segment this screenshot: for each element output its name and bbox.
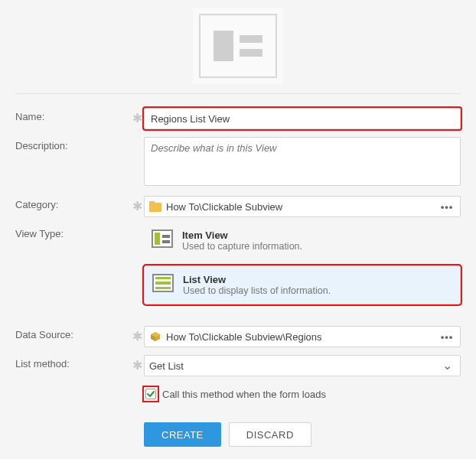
category-value: How To\Clickable Subview xyxy=(166,201,434,213)
description-textarea[interactable] xyxy=(144,137,461,186)
list-method-value: Get List xyxy=(149,360,434,372)
label-description: Description: xyxy=(15,137,130,151)
view-type-option-item[interactable]: Item View Used to capture information. xyxy=(144,225,461,256)
cube-icon xyxy=(149,331,161,342)
row-name: Name: ✱ xyxy=(15,108,461,129)
check-icon xyxy=(147,390,155,398)
thumbnail-lines xyxy=(240,35,262,57)
label-name: Name: xyxy=(15,108,130,122)
item-view-desc: Used to capture information. xyxy=(182,241,302,252)
required-star-icon: ✱ xyxy=(130,355,144,375)
row-call-on-load: Call this method when the form loads xyxy=(15,384,461,401)
list-method-select[interactable]: Get List ⌄ xyxy=(144,355,461,376)
call-on-load-highlight xyxy=(144,387,158,401)
name-input[interactable] xyxy=(144,108,461,129)
required-star-icon: ✱ xyxy=(130,326,144,346)
discard-button[interactable]: DISCARD xyxy=(229,422,311,447)
required-star-icon: ✱ xyxy=(130,108,144,128)
list-view-title: List View xyxy=(183,274,331,285)
view-type-options: Item View Used to capture information. L… xyxy=(144,225,461,304)
label-list-method: List method: xyxy=(15,355,130,369)
list-view-icon xyxy=(152,274,174,292)
thumbnail-block xyxy=(214,31,233,61)
data-source-picker[interactable]: How To\Clickable Subview\Regions ••• xyxy=(144,326,461,347)
ellipsis-icon[interactable]: ••• xyxy=(439,201,455,213)
thumbnail-inner xyxy=(199,14,277,78)
view-thumbnail xyxy=(15,0,461,93)
category-picker[interactable]: How To\Clickable Subview ••• xyxy=(144,196,461,217)
thumbnail-frame xyxy=(193,8,283,84)
list-view-desc: Used to display lists of information. xyxy=(183,285,331,296)
label-category: Category: xyxy=(15,196,130,210)
call-on-load-label: Call this method when the form loads xyxy=(162,389,326,400)
row-description: Description: xyxy=(15,137,461,188)
call-on-load-checkbox[interactable] xyxy=(145,389,156,399)
row-data-source: Data Source: ✱ How To\Clickable Subview\… xyxy=(15,326,461,347)
row-view-type: View Type: Item View Used to capture inf… xyxy=(15,225,461,304)
row-category: Category: ✱ How To\Clickable Subview ••• xyxy=(15,196,461,217)
row-list-method: List method: ✱ Get List ⌄ xyxy=(15,355,461,376)
label-view-type: View Type: xyxy=(15,225,130,239)
create-button[interactable]: CREATE xyxy=(144,422,221,447)
data-source-value: How To\Clickable Subview\Regions xyxy=(166,331,434,343)
ellipsis-icon[interactable]: ••• xyxy=(439,331,455,343)
row-buttons: CREATE DISCARD xyxy=(15,409,461,447)
view-general-form: Name: ✱ Description: Category: ✱ How To\… xyxy=(0,0,476,459)
required-star-icon: ✱ xyxy=(130,196,144,216)
divider xyxy=(15,93,461,94)
view-type-option-list[interactable]: List View Used to display lists of infor… xyxy=(144,265,461,304)
item-view-title: Item View xyxy=(182,230,302,241)
label-data-source: Data Source: xyxy=(15,326,130,340)
chevron-down-icon[interactable]: ⌄ xyxy=(439,360,455,372)
item-view-icon xyxy=(152,230,173,248)
folder-icon xyxy=(149,201,161,212)
